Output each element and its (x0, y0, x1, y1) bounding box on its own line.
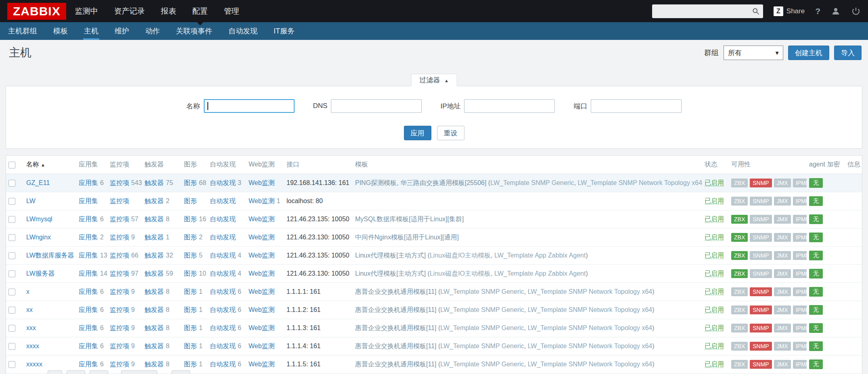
host-status-link[interactable]: 已启用 (705, 324, 724, 332)
template-link[interactable]: LW_Template SNMP Network Topology x64 (528, 361, 653, 368)
host-status-link[interactable]: 已启用 (705, 216, 724, 223)
host-status-link[interactable]: 已启用 (705, 179, 724, 187)
triggers-link[interactable]: 触发器 (144, 361, 164, 368)
items-link[interactable]: 监控项 (110, 324, 129, 331)
apps-link[interactable]: 应用集 (79, 179, 98, 186)
apps-link[interactable]: 应用集 (79, 216, 98, 222)
items-link[interactable]: 监控项 (110, 234, 129, 241)
sub-nav-item-6[interactable]: 自动发现 (228, 22, 258, 40)
graphs-link[interactable]: 图形 (184, 234, 197, 241)
apps-link[interactable]: 应用集 (79, 197, 98, 204)
triggers-link[interactable]: 触发器 (144, 234, 164, 241)
discovery-link[interactable]: 自动发现 (210, 197, 236, 204)
template-link[interactable]: 中间件Nginx模板[适用于Linux][通用] (355, 234, 459, 241)
graphs-link[interactable]: 图形 (184, 361, 197, 368)
discovery-link[interactable]: 自动发现 (210, 179, 236, 186)
template-link[interactable]: 华三路由交换通用模板[25506] (400, 179, 486, 186)
template-link[interactable]: LW_Template SNMP Network Topology x64 (528, 343, 653, 349)
apply-filter-button[interactable]: 应用 (404, 126, 431, 140)
items-link[interactable]: 监控项 (110, 270, 129, 277)
items-link[interactable]: 监控项 (110, 361, 129, 368)
web-link[interactable]: Web监测 (249, 216, 275, 222)
apps-link[interactable]: 应用集 (79, 343, 98, 349)
discovery-link[interactable]: 自动发现 (210, 343, 236, 349)
sub-nav-item-5[interactable]: 关联项事件 (175, 22, 213, 40)
apps-link[interactable]: 应用集 (79, 270, 98, 277)
template-link[interactable]: LW_Template SNMP Network Topology x64 (528, 324, 653, 331)
graphs-link[interactable]: 图形 (184, 197, 197, 204)
host-name-link[interactable]: xxx (26, 324, 36, 331)
help-icon[interactable]: ? (815, 6, 820, 16)
search-icon[interactable] (752, 7, 760, 15)
filter-collapse-tab[interactable]: 过滤器 ▲ (411, 74, 457, 86)
host-status-link[interactable]: 已启用 (705, 270, 724, 277)
web-link[interactable]: Web监测 (249, 252, 275, 259)
graphs-link[interactable]: 图形 (184, 306, 197, 313)
web-link[interactable]: Web监测 (249, 343, 275, 349)
template-link[interactable]: MySQL数据库模板[适用于Linux][集群] (355, 216, 464, 222)
template-link[interactable]: LW_Template App Zabbix Agent (494, 252, 586, 259)
template-link[interactable]: LW_Template SNMP Generic (440, 306, 524, 313)
row-checkbox[interactable] (8, 234, 15, 241)
host-name-link[interactable]: LW数据库服务器 (26, 252, 74, 259)
graphs-link[interactable]: 图形 (184, 179, 197, 186)
template-link[interactable]: LW_Template SNMP Network Topology x64 (578, 179, 702, 186)
row-checkbox[interactable] (8, 361, 15, 368)
apps-link[interactable]: 应用集 (79, 361, 98, 368)
items-link[interactable]: 监控项 (110, 252, 129, 259)
template-link[interactable]: Linux代理模板[主动方式] (355, 270, 426, 277)
template-link[interactable]: PING探测模板 (355, 179, 397, 186)
triggers-link[interactable]: 触发器 (144, 288, 164, 295)
template-link[interactable]: LW_Template App Zabbix Agent (494, 270, 586, 277)
bulk-action-button-stub[interactable] (121, 370, 157, 374)
share-button[interactable]: Z Share (774, 6, 805, 16)
column-header-name[interactable]: 名称▲ (24, 156, 76, 174)
bulk-action-button-stub[interactable] (90, 370, 108, 374)
items-link[interactable]: 监控项 (110, 197, 129, 204)
host-status-link[interactable]: 已启用 (705, 197, 724, 205)
host-name-link[interactable]: x (26, 288, 29, 295)
apps-link[interactable]: 应用集 (79, 252, 98, 259)
items-link[interactable]: 监控项 (110, 216, 129, 222)
graphs-link[interactable]: 图形 (184, 270, 197, 277)
sub-nav-item-3[interactable]: 维护 (114, 22, 130, 40)
bulk-action-button-stub[interactable] (172, 370, 190, 374)
import-button[interactable]: 导入 (834, 46, 862, 60)
host-name-link[interactable]: xx (26, 306, 33, 313)
triggers-link[interactable]: 触发器 (144, 343, 164, 349)
host-name-link[interactable]: LW (26, 197, 36, 204)
template-link[interactable]: Linux磁盘IO主动模板 (430, 252, 491, 259)
apps-link[interactable]: 应用集 (79, 306, 98, 313)
sub-nav-item-4[interactable]: 动作 (144, 22, 161, 40)
discovery-link[interactable]: 自动发现 (210, 306, 236, 313)
triggers-link[interactable]: 触发器 (144, 306, 164, 313)
reset-filter-button[interactable]: 重设 (437, 126, 464, 140)
template-link[interactable]: 惠普企业交换机通用模板[11] (355, 361, 437, 368)
top-nav-item-2[interactable]: 报表 (161, 0, 176, 22)
global-search-input[interactable] (652, 4, 763, 18)
web-link[interactable]: Web监测 (249, 361, 275, 368)
template-link[interactable]: LW_Template SNMP Generic (440, 361, 524, 368)
graphs-link[interactable]: 图形 (184, 324, 197, 331)
template-link[interactable]: Linux磁盘IO主动模板 (430, 270, 491, 277)
web-link[interactable]: Web监测 (249, 306, 275, 313)
graphs-link[interactable]: 图形 (184, 252, 197, 259)
row-checkbox[interactable] (8, 325, 15, 332)
host-status-link[interactable]: 已启用 (705, 252, 724, 259)
template-link[interactable]: LW_Template SNMP Network Topology x64 (528, 288, 653, 295)
row-checkbox[interactable] (8, 216, 15, 223)
filter-input-3[interactable] (591, 99, 682, 113)
filter-input-1[interactable] (331, 99, 422, 113)
row-checkbox[interactable] (8, 270, 15, 277)
graphs-link[interactable]: 图形 (184, 288, 197, 295)
template-link[interactable]: 惠普企业交换机通用模板[11] (355, 306, 437, 313)
items-link[interactable]: 监控项 (110, 306, 129, 313)
web-link[interactable]: Web监测 (249, 179, 275, 186)
discovery-link[interactable]: 自动发现 (210, 270, 236, 277)
bulk-action-button-stub[interactable] (67, 370, 85, 374)
row-checkbox[interactable] (8, 252, 15, 259)
sub-nav-item-0[interactable]: 主机群组 (7, 22, 38, 40)
create-host-button[interactable]: 创建主机 (788, 46, 829, 60)
row-checkbox[interactable] (8, 343, 15, 350)
top-nav-item-4[interactable]: 管理 (224, 0, 239, 22)
